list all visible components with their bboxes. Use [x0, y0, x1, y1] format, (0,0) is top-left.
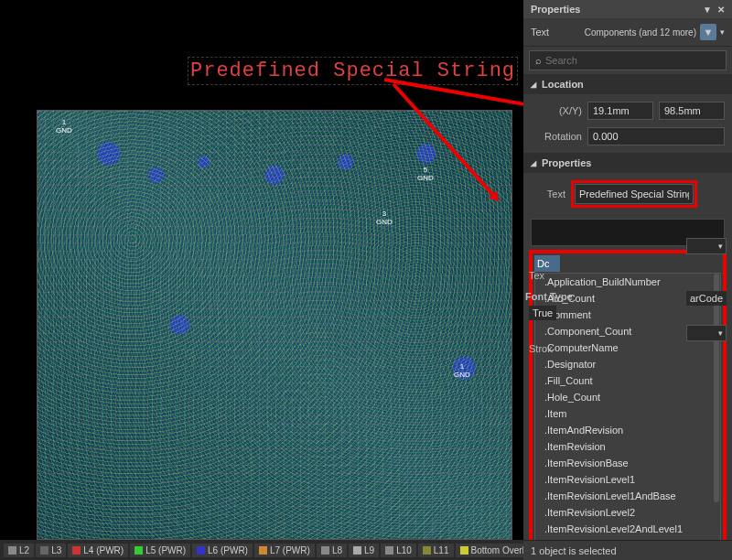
- rotation-input[interactable]: [587, 127, 725, 145]
- dropdown-item[interactable]: .Comment: [535, 307, 720, 323]
- scope-text: Components (and 12 more): [585, 27, 696, 38]
- close-icon[interactable]: ✕: [717, 5, 725, 15]
- dropdown-item[interactable]: .ItemRevisionBase: [535, 455, 720, 471]
- side-dropdown-1[interactable]: ▾: [686, 238, 727, 254]
- layer-color-swatch: [321, 546, 329, 555]
- scrollbar[interactable]: [714, 274, 719, 502]
- layer-label: L9: [364, 545, 374, 555]
- pcb-board: 1GND 5GND 3GND 1GND: [37, 110, 512, 540]
- layer-color-swatch: [40, 546, 48, 555]
- layer-label: Bottom Overlay: [471, 545, 524, 555]
- dropdown-item[interactable]: .Item: [535, 405, 720, 422]
- true-label[interactable]: True: [529, 306, 556, 320]
- properties-panel: Properties ▼ ✕ Text Components (and 12 m…: [523, 0, 732, 560]
- layer-tab[interactable]: L9: [349, 544, 379, 557]
- gnd-label-4: 1GND: [454, 362, 470, 379]
- layer-label: L6 (PWR): [208, 545, 248, 555]
- layer-label: L5 (PWR): [145, 545, 186, 555]
- layer-tab[interactable]: L8: [317, 544, 347, 557]
- layer-color-swatch: [423, 546, 431, 555]
- pin-icon[interactable]: ▼: [703, 5, 712, 15]
- y-input[interactable]: [659, 102, 725, 120]
- text-field-highlight: [571, 180, 697, 208]
- dropdown-item[interactable]: .ItemRevision: [535, 438, 720, 455]
- text-value-input[interactable]: [575, 184, 694, 204]
- dropdown-item[interactable]: .ItemRevisionLevel1AndBase: [535, 488, 720, 504]
- layer-label: L7 (PWR): [270, 545, 310, 555]
- layer-tab[interactable]: L5 (PWR): [130, 544, 190, 557]
- layer-label: L4 (PWR): [83, 545, 124, 555]
- pcb-canvas[interactable]: 1GND 5GND 3GND 1GND Predefined Special S…: [0, 0, 523, 540]
- font-type-label: Font Type: [525, 291, 573, 302]
- dropdown-item[interactable]: .Designator: [535, 356, 720, 372]
- dropdown-item[interactable]: .ComputerName: [535, 339, 720, 356]
- stroke-label: Strok: [529, 343, 553, 354]
- layer-label: L8: [332, 545, 342, 555]
- gnd-label-2: 5GND: [417, 166, 434, 182]
- panel-title: Properties: [531, 4, 580, 15]
- xy-label: (X/Y): [538, 105, 582, 116]
- object-type: Text: [531, 27, 549, 38]
- filter-icon[interactable]: ▼: [700, 24, 716, 40]
- properties-section-header[interactable]: Properties: [523, 153, 732, 173]
- tex-peek-label: Tex: [529, 270, 544, 281]
- dropdown-item[interactable]: .ItemRevisionLevel2AndLevel1: [535, 521, 720, 537]
- search-input[interactable]: [545, 55, 720, 66]
- layer-color-swatch: [460, 546, 468, 555]
- layer-color-swatch: [197, 546, 205, 555]
- x-input[interactable]: [587, 102, 653, 120]
- layer-label: L2: [19, 545, 29, 555]
- dropdown-item[interactable]: .Fill_Count: [535, 372, 720, 389]
- dropdown-icon[interactable]: ▾: [720, 27, 725, 37]
- layer-color-swatch: [259, 546, 267, 555]
- special-string-text[interactable]: Predefined Special String: [188, 57, 518, 85]
- layer-tab[interactable]: Bottom Overlay: [456, 544, 524, 557]
- status-text: 1 object is selected: [531, 545, 617, 556]
- dropdown-item[interactable]: .Hole_Count: [535, 389, 720, 405]
- layer-tab[interactable]: L3: [36, 544, 66, 557]
- layer-tab[interactable]: L2: [4, 544, 34, 557]
- dropdown-list[interactable]: .Application_BuildNumber.Arc_Count.Comme…: [534, 273, 721, 560]
- dropdown-item[interactable]: .ItemRevisionLevel1: [535, 471, 720, 488]
- panel-header: Properties ▼ ✕: [523, 0, 732, 18]
- layer-color-swatch: [8, 546, 16, 555]
- gnd-label-1: 1GND: [56, 118, 72, 135]
- barcode-label[interactable]: arCode: [686, 291, 727, 306]
- side-dropdown-2[interactable]: ▾: [686, 325, 727, 341]
- layer-tab[interactable]: L11: [418, 544, 454, 557]
- dropdown-item[interactable]: .ItemAndRevision: [535, 422, 720, 438]
- layer-label: L11: [434, 545, 449, 555]
- object-scope-row: Text Components (and 12 more) ▼ ▾: [523, 18, 732, 47]
- layer-color-swatch: [353, 546, 361, 555]
- layer-color-swatch: [385, 546, 393, 555]
- text-field-label: Text: [531, 188, 565, 199]
- dropdown-item[interactable]: .ItemRevisionLevel2: [535, 504, 720, 521]
- search-box[interactable]: ⌕: [529, 50, 727, 70]
- layer-tab[interactable]: L10: [381, 544, 416, 557]
- dropdown-item[interactable]: .Application_BuildNumber: [535, 274, 720, 290]
- layer-label: L10: [396, 545, 412, 555]
- layer-tab[interactable]: L4 (PWR): [68, 544, 128, 557]
- layer-color-swatch: [72, 546, 81, 555]
- search-icon: ⌕: [535, 55, 542, 66]
- layer-tab[interactable]: L6 (PWR): [192, 544, 253, 557]
- layer-label: L3: [51, 545, 61, 555]
- location-section-header[interactable]: Location: [523, 74, 732, 94]
- layer-color-swatch: [135, 546, 143, 555]
- layer-tab[interactable]: L7 (PWR): [254, 544, 315, 557]
- gnd-label-3: 3GND: [376, 210, 393, 226]
- rotation-label: Rotation: [538, 131, 582, 142]
- status-bar: 1 object is selected: [523, 540, 732, 560]
- layer-bar: L2L3L4 (PWR)L5 (PWR)L6 (PWR)L7 (PWR)L8L9…: [0, 540, 523, 560]
